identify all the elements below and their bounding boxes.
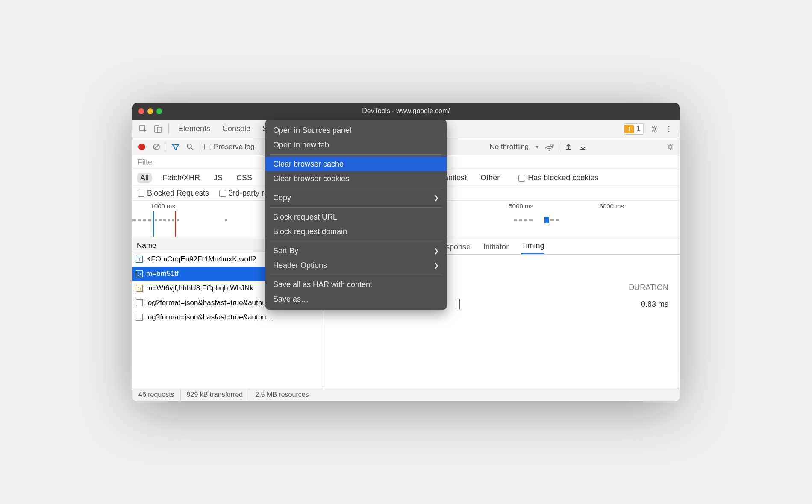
chevron-down-icon: ▼ [535, 144, 540, 150]
script-file-icon: ⟨⟩ [136, 285, 143, 292]
tab-elements[interactable]: Elements [172, 124, 216, 133]
more-menu-icon[interactable] [662, 123, 675, 135]
timeline-selection-marker [544, 217, 549, 223]
preserve-log-checkbox[interactable]: Preserve log [204, 143, 254, 151]
menu-save-har[interactable]: Save all as HAR with content [265, 277, 447, 292]
status-requests: 46 requests [132, 388, 181, 401]
throttling-select[interactable]: No throttling ▼ [489, 143, 540, 151]
devtools-window: DevTools - www.google.com/ Elements Cons… [132, 103, 680, 401]
network-conditions-icon[interactable] [544, 142, 554, 152]
context-menu: Open in Sources panel Open in new tab Cl… [265, 120, 447, 310]
status-resources: 2.5 MB resources [249, 388, 315, 401]
detail-tab-timing[interactable]: Timing [521, 241, 544, 254]
has-blocked-cookies-checkbox[interactable]: Has blocked cookies [518, 173, 598, 182]
filter-type-css[interactable]: CSS [233, 173, 256, 183]
status-transferred: 929 kB transferred [181, 388, 250, 401]
svg-point-5 [668, 128, 669, 129]
svg-point-4 [668, 126, 669, 127]
svg-rect-2 [157, 127, 161, 132]
zoom-window-button[interactable] [156, 108, 162, 114]
minimize-window-button[interactable] [147, 108, 153, 114]
blocked-requests-checkbox[interactable]: Blocked Requests [138, 189, 209, 198]
domcontentloaded-marker [153, 211, 154, 237]
search-icon[interactable] [185, 142, 195, 152]
svg-point-11 [549, 149, 550, 151]
issues-badge[interactable]: ! 1 [624, 123, 644, 135]
traffic-lights [138, 108, 162, 114]
request-name: m=Wt6vjf,hhhU8,FCpbqb,WhJNk [146, 284, 253, 293]
menu-block-domain[interactable]: Block request domain [265, 224, 447, 239]
timeline-tick: 6000 ms [599, 202, 624, 210]
menu-sort-by[interactable]: Sort By❯ [265, 243, 447, 258]
export-har-icon[interactable] [578, 142, 588, 152]
request-name: log?format=json&hasfast=true&authu… [146, 299, 274, 307]
queueing-bar [456, 299, 460, 309]
filter-icon[interactable] [171, 142, 181, 152]
svg-line-8 [154, 145, 159, 149]
generic-file-icon [136, 314, 143, 321]
svg-point-6 [668, 131, 669, 132]
titlebar: DevTools - www.google.com/ [132, 103, 680, 120]
svg-point-9 [187, 144, 191, 148]
request-name: KFOmCnqEu92Fr1Mu4mxK.woff2 [146, 255, 256, 264]
request-name: m=bm51tf [146, 270, 179, 278]
menu-open-sources[interactable]: Open in Sources panel [265, 123, 447, 138]
status-bar: 46 requests 929 kB transferred 2.5 MB re… [132, 388, 680, 401]
request-row[interactable]: log?format=json&hasfast=true&authu… [132, 310, 323, 325]
filter-type-all[interactable]: All [137, 173, 152, 183]
close-window-button[interactable] [138, 108, 144, 114]
device-toggle-icon[interactable] [151, 123, 164, 135]
menu-save-as[interactable]: Save as… [265, 292, 447, 306]
menu-header-options[interactable]: Header Options❯ [265, 258, 447, 273]
menu-copy[interactable]: Copy❯ [265, 190, 447, 205]
duration-label: DURATION [629, 283, 668, 292]
menu-open-new-tab[interactable]: Open in new tab [265, 138, 447, 152]
font-file-icon: T [136, 256, 143, 263]
network-settings-gear-icon[interactable] [665, 142, 675, 152]
queueing-duration: 0.83 ms [641, 300, 668, 309]
menu-clear-cache[interactable]: Clear browser cache [265, 157, 447, 171]
generic-file-icon [136, 299, 143, 306]
filter-type-js[interactable]: JS [210, 173, 226, 183]
menu-clear-cookies[interactable]: Clear browser cookies [265, 171, 447, 186]
request-name: log?format=json&hasfast=true&authu… [146, 313, 274, 322]
record-button[interactable] [137, 142, 147, 152]
inspect-element-icon[interactable] [137, 123, 150, 135]
submenu-arrow-icon: ❯ [434, 262, 439, 269]
timeline-tick: 5000 ms [509, 202, 533, 210]
issues-count: 1 [636, 124, 641, 133]
svg-line-10 [191, 148, 193, 150]
filter-type-other[interactable]: Other [477, 173, 503, 183]
timeline-tick: 1000 ms [150, 202, 175, 210]
clear-icon[interactable] [151, 142, 162, 152]
submenu-arrow-icon: ❯ [434, 247, 439, 254]
submenu-arrow-icon: ❯ [434, 194, 439, 201]
settings-gear-icon[interactable] [648, 123, 661, 135]
warning-icon: ! [624, 125, 634, 133]
import-har-icon[interactable] [563, 142, 574, 152]
filter-type-fetchxhr[interactable]: Fetch/XHR [159, 173, 203, 183]
svg-point-13 [669, 146, 671, 148]
load-marker [175, 211, 176, 237]
svg-point-3 [653, 128, 656, 130]
detail-tab-initiator[interactable]: Initiator [483, 243, 509, 254]
script-file-icon: ⟨⟩ [136, 270, 143, 277]
menu-block-url[interactable]: Block request URL [265, 210, 447, 224]
window-title: DevTools - www.google.com/ [132, 107, 680, 115]
tab-console[interactable]: Console [216, 124, 256, 133]
